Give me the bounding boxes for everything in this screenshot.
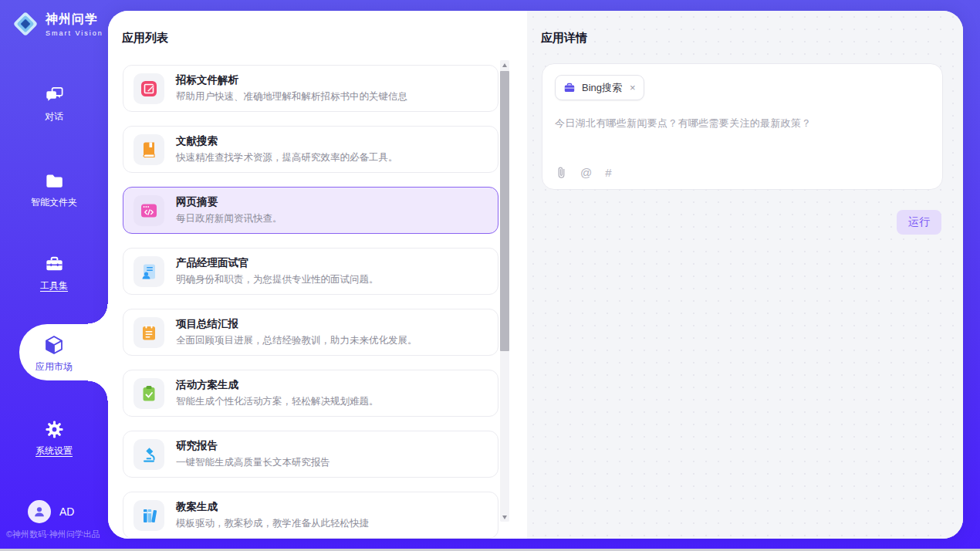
app-icon-box — [133, 73, 164, 104]
interview-icon — [140, 262, 158, 281]
app-card-desc: 智能生成个性化活动方案，轻松解决规划难题。 — [176, 395, 379, 408]
folder-icon — [44, 171, 65, 191]
sidebar: 神州问学 Smart Vision 对话 智能文件夹 — [0, 0, 108, 551]
app-card-desc: 全面回顾项目进展，总结经验教训，助力未来优化发展。 — [176, 334, 417, 347]
app-icon-box — [133, 195, 164, 226]
sidebar-footer-credit: ©神州数码·神州问学出品 — [6, 529, 100, 540]
sidebar-item-app-market[interactable]: 应用市场 — [0, 334, 108, 374]
app-icon-box — [133, 439, 164, 470]
notepad-icon — [140, 323, 158, 342]
person-icon — [32, 505, 46, 519]
app-card-pm-interviewer[interactable]: 产品经理面试官 明确身份和职责，为您提供专业性的面试问题。 — [123, 248, 498, 295]
app-card-desc: 一键智能生成高质量长文本研究报告 — [176, 456, 330, 469]
tag-label: Bing搜索 — [582, 81, 622, 95]
sidebar-item-settings[interactable]: 系统设置 — [0, 419, 108, 458]
cube-icon — [43, 334, 65, 356]
app-card-desc: 帮助用户快速、准确地理解和解析招标书中的关键信息 — [176, 90, 407, 103]
app-icon-box — [133, 378, 164, 409]
close-icon[interactable]: × — [630, 82, 636, 93]
tab-notch-bottom — [88, 380, 108, 401]
app-icon-box — [133, 317, 164, 348]
sidebar-item-label: 智能文件夹 — [0, 196, 108, 209]
app-icon-box — [133, 256, 164, 287]
app-card-list: 招标文件解析 帮助用户快速、准确地理解和解析招标书中的关键信息 文献搜索 — [123, 65, 498, 539]
app-icon-box — [133, 500, 164, 531]
hashtag-icon[interactable]: # — [605, 166, 611, 179]
paperclip-icon[interactable] — [556, 166, 567, 179]
logo-title: 神州问学 — [46, 12, 103, 28]
gear-icon — [44, 419, 65, 440]
prompt-text[interactable]: 今日湖北有哪些新闻要点？有哪些需要关注的最新政策？ — [555, 117, 930, 130]
toolbox-icon — [44, 254, 65, 275]
app-card-research-report[interactable]: 研究报告 一键智能生成高质量长文本研究报告 — [123, 431, 498, 478]
app-card-desc: 每日政府新闻资讯快查。 — [176, 212, 282, 225]
scrollbar-thumb[interactable] — [500, 71, 509, 351]
sidebar-item-smart-folder[interactable]: 智能文件夹 — [0, 171, 108, 209]
microscope-icon — [140, 445, 158, 464]
book-icon — [140, 140, 158, 159]
sidebar-item-label: 系统设置 — [0, 445, 108, 458]
scroll-down-button[interactable] — [500, 512, 509, 522]
arrow-down-icon — [502, 516, 507, 519]
sidebar-item-toolset[interactable]: 工具集 — [0, 254, 108, 292]
avatar — [28, 500, 51, 523]
logo-diamond-icon — [11, 9, 40, 39]
tab-notch-top — [88, 304, 108, 324]
app-card-bid-parsing[interactable]: 招标文件解析 帮助用户快速、准确地理解和解析招标书中的关键信息 — [123, 65, 498, 112]
document-edit-icon — [140, 79, 158, 98]
user-initials: AD — [59, 505, 74, 518]
clipboard-check-icon — [140, 384, 158, 403]
app-list-panel: 应用列表 招标文件解析 帮助用户快速、准确地理解和解析招标书中的关键信息 — [108, 11, 527, 539]
logo-subtitle: Smart Vision — [46, 29, 103, 37]
run-button[interactable]: 运行 — [897, 210, 941, 235]
app-detail-panel: 应用详情 Bing搜索 × 今日湖北有哪些新闻要点？有哪些需要关注的最新政策？ — [527, 11, 963, 539]
app-card-title: 招标文件解析 — [176, 73, 407, 87]
chat-icon — [44, 85, 65, 106]
app-card-title: 项目总结汇报 — [176, 317, 417, 331]
app-card-title: 研究报告 — [176, 439, 330, 453]
app-card-desc: 快速精准查找学术资源，提高研究效率的必备工具。 — [176, 151, 398, 164]
app-card-project-summary[interactable]: 项目总结汇报 全面回顾项目进展，总结经验教训，助力未来优化发展。 — [123, 309, 498, 356]
app-card-event-plan[interactable]: 活动方案生成 智能生成个性化活动方案，轻松解决规划难题。 — [123, 370, 498, 417]
app-card-desc: 明确身份和职责，为您提供专业性的面试问题。 — [176, 273, 379, 286]
run-row: 运行 — [897, 210, 941, 235]
books-icon — [140, 506, 158, 525]
main-window: 应用列表 招标文件解析 帮助用户快速、准确地理解和解析招标书中的关键信息 — [108, 11, 963, 539]
arrow-up-icon — [502, 63, 507, 67]
app-card-title: 活动方案生成 — [176, 378, 379, 392]
tool-tag-bing-search[interactable]: Bing搜索 × — [555, 75, 644, 100]
prompt-card[interactable]: Bing搜索 × 今日湖北有哪些新闻要点？有哪些需要关注的最新政策？ @ # — [542, 63, 943, 190]
web-code-icon — [140, 201, 158, 220]
app-card-title: 产品经理面试官 — [176, 256, 379, 270]
attachment-toolbar: @ # — [556, 166, 612, 179]
app-card-title: 文献搜索 — [176, 134, 398, 148]
app-logo: 神州问学 Smart Vision — [11, 9, 103, 39]
sidebar-item-label: 工具集 — [0, 279, 108, 292]
app-list-title: 应用列表 — [122, 31, 527, 44]
app-card-literature-search[interactable]: 文献搜索 快速精准查找学术资源，提高研究效率的必备工具。 — [123, 126, 498, 173]
mention-icon[interactable]: @ — [580, 166, 592, 179]
app-card-title: 教案生成 — [176, 500, 369, 514]
list-scrollbar[interactable] — [500, 60, 509, 522]
app-card-lesson-plan[interactable]: 教案生成 模板驱动，教案秒成，教学准备从此轻松快捷 — [123, 492, 498, 539]
app-card-title: 网页摘要 — [176, 195, 282, 209]
sidebar-item-label: 对话 — [0, 110, 108, 123]
app-detail-title: 应用详情 — [541, 31, 963, 44]
app-card-web-summary[interactable]: 网页摘要 每日政府新闻资讯快查。 — [123, 187, 498, 234]
sidebar-item-chat[interactable]: 对话 — [0, 85, 108, 123]
app-icon-box — [133, 134, 164, 165]
user-account[interactable]: AD — [0, 500, 108, 523]
sidebar-item-label: 应用市场 — [0, 360, 108, 374]
briefcase-icon — [563, 82, 576, 94]
app-card-desc: 模板驱动，教案秒成，教学准备从此轻松快捷 — [176, 517, 369, 530]
scroll-up-button[interactable] — [500, 60, 509, 69]
app-window: 神州问学 Smart Vision 对话 智能文件夹 — [0, 0, 980, 551]
